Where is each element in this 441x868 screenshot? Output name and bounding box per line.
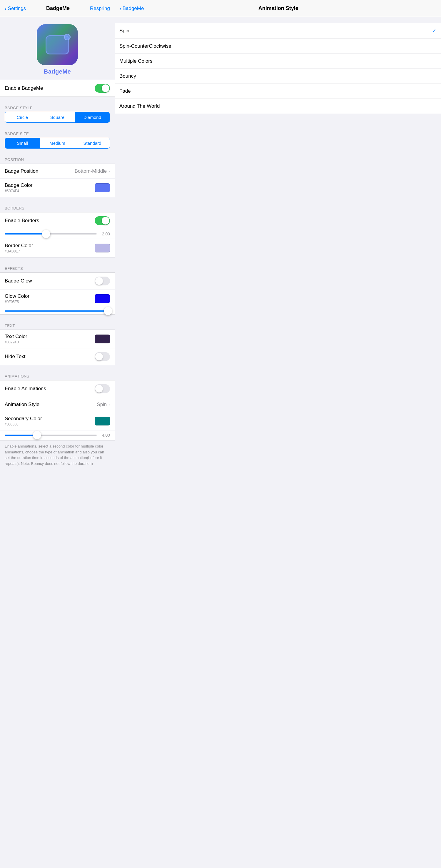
position-group: Badge Position Bottom-Middle › Badge Col… xyxy=(0,164,115,197)
animation-item-bouncy[interactable]: Bouncy xyxy=(115,69,441,84)
border-width-thumb[interactable] xyxy=(42,230,50,238)
badge-position-row[interactable]: Badge Position Bottom-Middle › xyxy=(0,164,115,179)
border-color-row[interactable]: Border Color #BAB8E7 xyxy=(0,239,115,257)
text-color-label: Text Color xyxy=(5,334,27,340)
animation-item-spin-label: Spin xyxy=(120,28,129,34)
badge-size-standard[interactable]: Standard xyxy=(75,138,110,148)
gap6 xyxy=(0,314,115,320)
toggle-thumb-animations xyxy=(95,385,103,393)
text-color-left: Text Color #33224D xyxy=(5,334,27,344)
border-color-label: Border Color xyxy=(5,243,33,249)
app-icon-inner xyxy=(45,35,69,55)
badge-position-chevron: › xyxy=(108,169,110,174)
badge-size-small[interactable]: Small xyxy=(5,138,40,148)
animation-style-label: Animation Style xyxy=(5,402,39,407)
app-icon-badge-dot xyxy=(64,34,71,40)
duration-slider-fill xyxy=(5,435,37,436)
badge-size-medium[interactable]: Medium xyxy=(40,138,75,148)
right-gap1 xyxy=(115,17,441,23)
glow-slider-fill xyxy=(5,310,108,312)
badge-color-label: Badge Color xyxy=(5,182,33,188)
animation-item-around-the-world[interactable]: Around The World xyxy=(115,99,441,114)
animation-list: Spin ✓ Spin-CounterClockwise Multiple Co… xyxy=(115,23,441,114)
badge-style-circle[interactable]: Circle xyxy=(5,112,40,122)
gap1 xyxy=(0,97,115,103)
glow-slider-thumb[interactable] xyxy=(104,307,112,315)
duration-slider-value: 4.00 xyxy=(100,433,110,437)
effects-header: EFFECTS xyxy=(0,264,115,273)
chevron-left-icon: ‹ xyxy=(5,6,7,11)
enable-animations-toggle[interactable] xyxy=(95,384,110,393)
animation-item-spin-ccw-label: Spin-CounterClockwise xyxy=(120,43,171,49)
hide-text-toggle[interactable] xyxy=(95,352,110,361)
text-header: TEXT xyxy=(0,320,115,330)
secondary-color-swatch[interactable] xyxy=(95,416,110,426)
app-icon-name: BadgeMe xyxy=(44,68,71,75)
borders-header: BORDERS xyxy=(0,203,115,212)
animation-item-around-the-world-label: Around The World xyxy=(120,103,160,109)
border-color-swatch[interactable] xyxy=(95,244,110,252)
animation-item-fade[interactable]: Fade xyxy=(115,84,441,99)
toggle-thumb-hide-text xyxy=(95,353,103,361)
toggle-thumb-borders xyxy=(102,217,109,224)
border-width-fill xyxy=(5,233,46,235)
border-color-left: Border Color #BAB8E7 xyxy=(5,243,33,253)
enable-borders-toggle[interactable] xyxy=(95,216,110,225)
right-nav-bar: ‹ BadgeMe Animation Style xyxy=(115,0,441,17)
settings-back-button[interactable]: ‹ Settings xyxy=(5,6,26,11)
badge-style-diamond[interactable]: Diamond xyxy=(75,112,110,122)
text-color-row[interactable]: Text Color #33224D xyxy=(0,330,115,348)
glow-color-left: Glow Color #0F05F5 xyxy=(5,293,29,304)
right-nav-title: Animation Style xyxy=(259,5,298,11)
glow-color-row[interactable]: Glow Color #0F05F5 xyxy=(0,289,115,308)
duration-slider-container: 4.00 xyxy=(5,433,110,437)
toggle-thumb-glow xyxy=(95,277,103,285)
enable-badgeme-toggle[interactable] xyxy=(95,84,110,93)
animation-style-row[interactable]: Animation Style Spin › xyxy=(0,397,115,412)
badge-color-swatch[interactable] xyxy=(95,183,110,192)
hide-text-label: Hide Text xyxy=(5,354,26,360)
enable-animations-row: Enable Animations xyxy=(0,380,115,397)
right-panel: ‹ BadgeMe Animation Style Spin ✓ Spin-Co… xyxy=(115,0,441,868)
border-width-track xyxy=(5,233,97,235)
badge-size-segmented: Small Medium Standard xyxy=(5,138,110,149)
enable-group: Enable BadgeMe xyxy=(0,80,115,97)
badgeme-back-button[interactable]: ‹ BadgeMe xyxy=(120,6,144,11)
text-color-swatch[interactable] xyxy=(95,335,110,343)
right-back-label: BadgeMe xyxy=(123,6,144,11)
gap3 xyxy=(0,149,115,154)
border-width-slider-row: 2.00 xyxy=(0,229,115,239)
badge-glow-row: Badge Glow xyxy=(0,273,115,289)
badge-style-header: BADGE STYLE xyxy=(0,103,115,112)
gap5 xyxy=(0,257,115,264)
glow-color-sublabel: #0F05F5 xyxy=(5,300,29,304)
secondary-color-row[interactable]: Secondary Color #008080 xyxy=(0,412,115,431)
badge-style-segmented: Circle Square Diamond xyxy=(5,112,110,123)
glow-slider-track xyxy=(5,310,110,312)
left-nav-bar: ‹ Settings BadgeMe Respring xyxy=(0,0,115,17)
badge-glow-label: Badge Glow xyxy=(5,278,32,284)
app-icon-section: BadgeMe xyxy=(0,17,115,80)
badge-size-header: BADGE SIZE xyxy=(0,129,115,138)
badge-color-left: Badge Color #5B74F4 xyxy=(5,182,33,193)
animation-style-value: Spin xyxy=(97,402,107,407)
toggle-thumb xyxy=(102,85,109,92)
animations-header: ANIMATIONS xyxy=(0,371,115,380)
border-color-sublabel: #BAB8E7 xyxy=(5,249,33,253)
badge-glow-toggle[interactable] xyxy=(95,277,110,285)
glow-slider-container xyxy=(5,310,110,312)
respring-button[interactable]: Respring xyxy=(90,6,110,11)
effects-group: Badge Glow Glow Color #0F05F5 xyxy=(0,273,115,314)
animation-item-multiple-colors-label: Multiple Colors xyxy=(120,58,152,64)
right-chevron-left-icon: ‹ xyxy=(120,6,122,11)
duration-slider-thumb[interactable] xyxy=(33,431,41,439)
animation-item-multiple-colors[interactable]: Multiple Colors xyxy=(115,54,441,69)
animation-item-spin[interactable]: Spin ✓ xyxy=(115,23,441,39)
border-width-slider-container: 2.00 xyxy=(5,231,110,236)
glow-color-swatch[interactable] xyxy=(95,294,110,303)
badge-color-row[interactable]: Badge Color #5B74F4 xyxy=(0,179,115,197)
duration-slider-track xyxy=(5,435,97,436)
badge-style-square[interactable]: Square xyxy=(40,112,75,122)
animation-style-chevron: › xyxy=(108,402,110,407)
animation-item-spin-ccw[interactable]: Spin-CounterClockwise xyxy=(115,39,441,54)
